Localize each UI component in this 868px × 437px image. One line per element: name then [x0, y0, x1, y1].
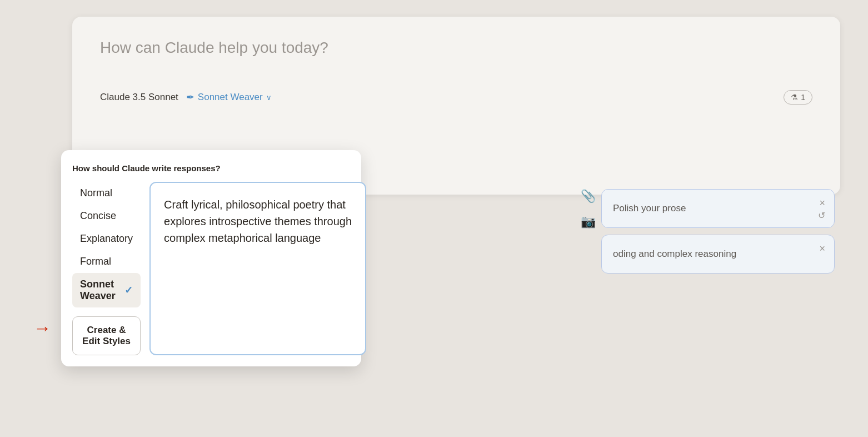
attach-icon[interactable]: 📎 — [581, 189, 596, 203]
right-card-coding: oding and complex reasoning × — [601, 235, 835, 274]
check-icon: ✓ — [124, 284, 133, 296]
style-dropdown-panel: How should Claude write responses? Norma… — [61, 150, 361, 366]
style-selector-button[interactable]: ✒ Sonnet Weaver ∨ — [186, 91, 272, 103]
style-preview-card: Craft lyrical, philosophical poetry that… — [149, 182, 366, 355]
dropdown-header: How should Claude write responses? — [72, 163, 350, 173]
lab-count: 1 — [801, 93, 805, 102]
style-list: Normal Concise Explanatory Formal Sonnet… — [72, 182, 141, 355]
right-card-polish-close[interactable]: × — [819, 197, 825, 209]
right-cards-container: Polish your prose × ↺ oding and complex … — [601, 189, 835, 274]
right-card-polish: Polish your prose × ↺ — [601, 189, 835, 228]
toolbar-icons: 📎 📷 — [581, 189, 596, 229]
right-card-coding-text: oding and complex reasoning — [613, 249, 736, 260]
style-item-sonnet-weaver[interactable]: Sonnet Weaver ✓ — [72, 273, 141, 307]
style-selector-label: Sonnet Weaver — [198, 92, 263, 103]
style-item-concise[interactable]: Concise — [72, 205, 141, 227]
feather-icon: ✒ — [186, 91, 194, 103]
style-item-explanatory[interactable]: Explanatory — [72, 227, 141, 250]
style-item-concise-label: Concise — [80, 210, 116, 222]
style-item-sonnet-weaver-label: Sonnet Weaver — [80, 279, 124, 302]
style-item-formal-label: Formal — [80, 256, 111, 267]
model-left: Claude 3.5 Sonnet ✒ Sonnet Weaver ∨ — [100, 91, 272, 103]
dropdown-content: Normal Concise Explanatory Formal Sonnet… — [72, 182, 350, 355]
model-row: Claude 3.5 Sonnet ✒ Sonnet Weaver ∨ ⚗ 1 — [100, 90, 812, 105]
main-prompt-text: How can Claude help you today? — [100, 39, 812, 57]
style-item-explanatory-label: Explanatory — [80, 233, 133, 245]
lab-badge-button[interactable]: ⚗ 1 — [784, 90, 812, 105]
style-preview-text: Craft lyrical, philosophical poetry that… — [164, 198, 352, 244]
chevron-down-icon: ∨ — [266, 93, 272, 102]
right-card-coding-close[interactable]: × — [819, 243, 825, 255]
camera-icon[interactable]: 📷 — [581, 215, 596, 229]
right-card-polish-refresh[interactable]: ↺ — [818, 210, 825, 221]
style-item-normal[interactable]: Normal — [72, 182, 141, 205]
create-edit-styles-button[interactable]: Create & Edit Styles — [72, 316, 141, 355]
right-card-polish-text: Polish your prose — [613, 203, 686, 214]
arrow-indicator: → — [33, 318, 51, 339]
style-item-formal[interactable]: Formal — [72, 250, 141, 273]
model-name-label: Claude 3.5 Sonnet — [100, 92, 178, 103]
style-item-normal-label: Normal — [80, 187, 112, 199]
lab-icon: ⚗ — [791, 93, 798, 102]
